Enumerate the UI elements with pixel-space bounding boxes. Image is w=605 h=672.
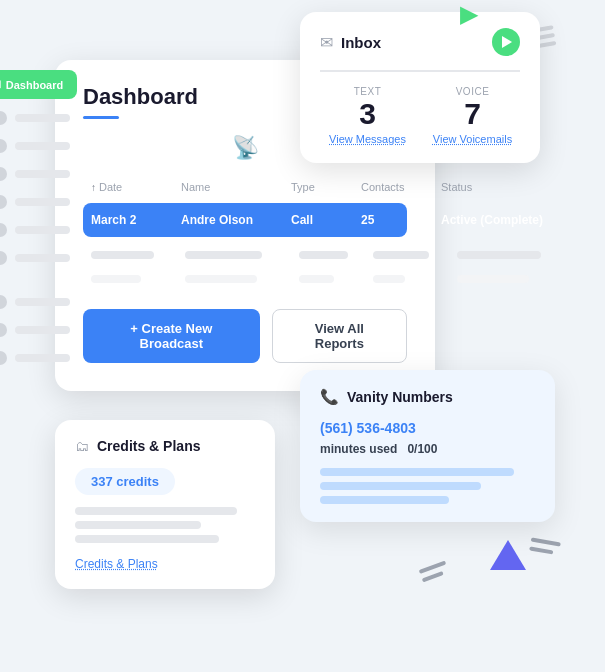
row-status: Active (Complete): [441, 213, 561, 227]
sidebar-line-9: [15, 354, 70, 362]
row-type: Call: [291, 213, 361, 227]
sidebar-line-1: [15, 114, 70, 122]
vanity-card: 📞 Vanity Numbers (561) 536-4803 minutes …: [300, 370, 555, 522]
vanity-line-3: [320, 496, 449, 504]
sidebar-dot-2: [0, 139, 7, 153]
text-label: TEXT: [320, 86, 415, 97]
col-header-name: Name: [181, 181, 291, 193]
table-row-active[interactable]: March 2 Andre Olson Call 25 Active (Comp…: [83, 203, 407, 237]
vanity-line-2: [320, 482, 481, 490]
credits-plans-link[interactable]: Credits & Plans: [75, 557, 255, 571]
sidebar-row-5: [0, 223, 70, 237]
view-reports-button[interactable]: View All Reports: [272, 309, 407, 363]
inbox-header: ✉ Inbox: [320, 28, 520, 56]
sort-icon: ↑: [91, 182, 96, 193]
empty-cell-6: [91, 275, 141, 283]
empty-cell-10: [457, 275, 529, 283]
voice-stat: VOICE 7 View Voicemails: [425, 86, 520, 145]
row-contacts: 25: [361, 213, 441, 227]
sidebar-line-3: [15, 170, 70, 178]
credits-card: 🗂 Credits & Plans 337 credits Credits & …: [55, 420, 275, 589]
text-stat: TEXT 3 View Messages: [320, 86, 415, 145]
credits-lines: [75, 507, 255, 543]
vanity-minutes: minutes used 0/100: [320, 442, 535, 456]
credits-line-3: [75, 535, 219, 543]
buttons-row: + Create New Broadcast View All Reports: [83, 309, 407, 363]
sidebar-dot-3: [0, 167, 7, 181]
col-header-type: Type: [291, 181, 361, 193]
phone-icon: 📞: [320, 388, 339, 406]
vanity-title: Vanity Numbers: [347, 389, 453, 405]
sidebar-line-2: [15, 142, 70, 150]
sidebar-item-dashboard[interactable]: ⊞ Dashboard: [0, 70, 77, 99]
row-date: March 2: [91, 213, 181, 227]
empty-cell-4: [373, 251, 429, 259]
title-underline: [83, 116, 119, 119]
empty-cell-5: [457, 251, 541, 259]
create-broadcast-button[interactable]: + Create New Broadcast: [83, 309, 260, 363]
vanity-phone-number[interactable]: (561) 536-4803: [320, 420, 535, 436]
sidebar-line-4: [15, 198, 70, 206]
deco-arrow-green: ▶: [460, 0, 478, 28]
col-header-contacts: Contacts: [361, 181, 441, 193]
vanity-line-1: [320, 468, 514, 476]
vanity-lines: [320, 468, 535, 504]
deco-lines-bottom-left: [419, 561, 450, 583]
sidebar-dashboard-label: Dashboard: [6, 79, 63, 91]
sidebar-row-6: [0, 251, 70, 265]
inbox-card: ✉ Inbox TEXT 3 View Messages VOICE 7 Vie…: [300, 12, 540, 163]
col-header-status: Status: [441, 181, 561, 193]
sidebar-line-6: [15, 254, 70, 262]
sidebar-dot-9: [0, 351, 7, 365]
view-voicemails-link[interactable]: View Voicemails: [425, 133, 520, 145]
deco-triangle: [490, 540, 526, 570]
sidebar-dot-1: [0, 111, 7, 125]
sidebar-dot-5: [0, 223, 7, 237]
sidebar-row-4: [0, 195, 70, 209]
row-name: Andre Olson: [181, 213, 291, 227]
credits-badge: 337 credits: [75, 468, 175, 495]
empty-cell-8: [299, 275, 334, 283]
dashboard-icon: ⊞: [0, 78, 1, 91]
sidebar-icon-list: [0, 111, 70, 365]
empty-cell-2: [185, 251, 262, 259]
credits-icon: 🗂: [75, 438, 89, 454]
play-button[interactable]: [492, 28, 520, 56]
sidebar-dot-7: [0, 295, 7, 309]
sidebar-dot-4: [0, 195, 7, 209]
empty-cell-1: [91, 251, 154, 259]
deco-lines-bottom-right: [529, 537, 561, 555]
credits-title: Credits & Plans: [97, 438, 200, 454]
inbox-icon: ✉: [320, 33, 333, 52]
sidebar-line-8: [15, 326, 70, 334]
sidebar-dot-8: [0, 323, 7, 337]
sidebar-line-7: [15, 298, 70, 306]
sidebar-row-3: [0, 167, 70, 181]
table-row-empty-1: [83, 243, 407, 267]
sidebar-row-8: [0, 323, 70, 337]
inbox-stats: TEXT 3 View Messages VOICE 7 View Voicem…: [320, 86, 520, 145]
sidebar-row-2: [0, 139, 70, 153]
col-header-date: ↑Date: [91, 181, 181, 193]
sidebar-dot-6: [0, 251, 7, 265]
minutes-label: minutes used: [320, 442, 397, 456]
inbox-divider: [320, 70, 520, 72]
sidebar: ⊞ Dashboard: [0, 60, 55, 480]
view-messages-link[interactable]: View Messages: [320, 133, 415, 145]
table-row-empty-2: [83, 267, 407, 291]
sidebar-row-1: [0, 111, 70, 125]
credits-header: 🗂 Credits & Plans: [75, 438, 255, 454]
empty-cell-3: [299, 251, 348, 259]
sidebar-row-9: [0, 351, 70, 365]
credits-line-1: [75, 507, 237, 515]
credits-line-2: [75, 521, 201, 529]
empty-cell-7: [185, 275, 257, 283]
play-triangle-icon: [502, 36, 512, 48]
voice-count: 7: [425, 99, 520, 129]
text-count: 3: [320, 99, 415, 129]
vanity-header: 📞 Vanity Numbers: [320, 388, 535, 406]
inbox-title: Inbox: [341, 34, 381, 51]
sidebar-line-5: [15, 226, 70, 234]
antenna-icon: 📡: [232, 135, 259, 161]
voice-label: VOICE: [425, 86, 520, 97]
